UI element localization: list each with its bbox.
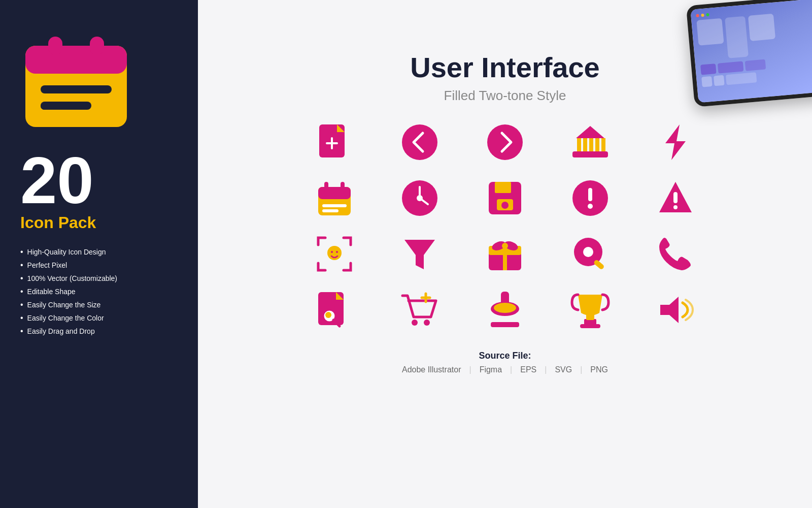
icon-grid [302, 122, 708, 330]
svg-rect-15 [577, 138, 581, 151]
format-illustrator: Adobe Illustrator [402, 365, 461, 374]
icon-arrow-right-circle [472, 122, 537, 163]
svg-rect-23 [324, 182, 328, 192]
icon-alert-circle [558, 178, 623, 218]
feature-item: 100% Vector (Customizable) [20, 274, 117, 283]
icon-document-add [302, 122, 367, 163]
icon-save [472, 178, 537, 218]
icon-face-scan [302, 234, 367, 274]
separator: | [580, 365, 582, 374]
svg-rect-24 [341, 182, 345, 192]
format-figma: Figma [480, 365, 502, 374]
svg-rect-18 [595, 138, 599, 151]
pack-subtitle: Filled Two-tone Style [444, 88, 566, 104]
icon-trophy [558, 290, 623, 330]
icon-count: 20 [20, 147, 94, 213]
separator: | [545, 365, 547, 374]
icon-arrow-left-circle [387, 122, 452, 163]
svg-point-42 [331, 251, 333, 253]
icon-calendar [302, 178, 367, 218]
format-svg: SVG [555, 365, 572, 374]
icon-gift [472, 234, 537, 274]
icon-warning-triangle [643, 178, 708, 218]
icon-megaphone [558, 234, 623, 274]
svg-point-43 [336, 251, 338, 253]
icon-phone [643, 234, 708, 274]
icon-lightning [643, 122, 708, 163]
pack-title: User Interface [410, 51, 600, 84]
device-screen [686, 0, 812, 107]
icon-pack-label: Icon Pack [20, 213, 96, 232]
icon-stamp [472, 290, 537, 330]
format-png: PNG [590, 365, 608, 374]
svg-marker-14 [576, 126, 604, 138]
svg-point-40 [673, 205, 678, 209]
svg-rect-3 [90, 37, 104, 55]
icon-document-search [302, 290, 367, 330]
feature-item: Easily Change the Size [20, 300, 117, 309]
svg-rect-39 [673, 192, 678, 203]
feature-item: Perfect Pixel [20, 261, 117, 270]
svg-rect-16 [583, 138, 587, 151]
svg-marker-70 [660, 297, 679, 323]
svg-rect-25 [322, 204, 347, 207]
device-mockup [664, 0, 812, 124]
icon-clock [387, 178, 452, 218]
svg-rect-66 [491, 322, 519, 327]
svg-rect-32 [495, 182, 511, 193]
calendar-icon [20, 25, 132, 132]
feature-item: Easily Drag and Drop [20, 327, 117, 336]
svg-point-65 [494, 303, 516, 313]
svg-rect-68 [580, 324, 600, 328]
svg-marker-20 [665, 124, 686, 160]
svg-rect-4 [41, 85, 112, 93]
icon-filter [387, 234, 452, 274]
format-eps: EPS [520, 365, 536, 374]
svg-point-60 [424, 320, 430, 326]
separator: | [510, 365, 512, 374]
svg-point-57 [325, 312, 331, 318]
svg-rect-26 [322, 209, 339, 212]
svg-point-37 [588, 204, 593, 209]
separator: | [469, 365, 471, 374]
icon-cart-add [387, 290, 452, 330]
svg-rect-36 [588, 188, 592, 201]
svg-rect-1 [25, 46, 127, 74]
svg-point-59 [412, 320, 418, 326]
svg-rect-6 [41, 103, 71, 110]
source-file-formats: Adobe Illustrator | Figma | EPS | SVG | … [402, 365, 608, 374]
source-file: Source File: Adobe Illustrator | Figma |… [402, 351, 608, 374]
svg-rect-17 [589, 138, 593, 151]
feature-item: Easily Change the Color [20, 313, 117, 323]
feature-item: Editable Shape [20, 287, 117, 296]
right-panel: User Interface Filled Two-tone Style [198, 0, 812, 508]
icon-volume [643, 290, 708, 330]
svg-marker-44 [404, 240, 435, 269]
icon-building [558, 122, 623, 163]
svg-point-12 [487, 124, 523, 160]
svg-point-34 [501, 202, 509, 209]
svg-point-52 [583, 247, 593, 257]
svg-point-49 [502, 243, 508, 249]
svg-point-11 [402, 124, 437, 160]
svg-rect-50 [503, 252, 507, 270]
svg-rect-13 [572, 151, 608, 157]
svg-rect-22 [318, 187, 351, 199]
feature-item: High-Quality Icon Design [20, 247, 117, 257]
source-file-title: Source File: [402, 351, 608, 361]
svg-rect-19 [601, 138, 605, 151]
svg-rect-2 [48, 37, 62, 55]
features-list: High-Quality Icon Design Perfect Pixel 1… [20, 247, 117, 340]
left-panel: 20 Icon Pack High-Quality Icon Design Pe… [0, 0, 198, 508]
